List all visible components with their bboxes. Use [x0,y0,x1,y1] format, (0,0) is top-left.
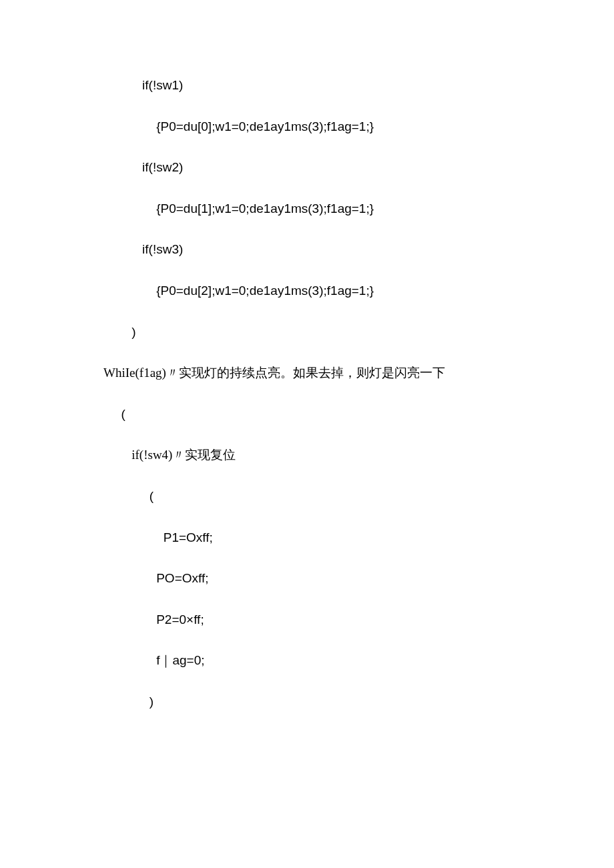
code-text [103,612,156,626]
code-text [103,489,149,503]
code-line: P1=Oxff; [103,529,547,547]
code-text: if(!sw3) [142,242,183,256]
code-text [103,407,121,421]
code-line: if(!sw4)〃实现复位 [103,446,547,464]
code-text [103,78,142,92]
code-line: {P0=du[2];w1=0;de1ay1ms(3);f1ag=1;} [103,282,547,300]
code-line: if(!sw2) [103,159,547,177]
code-text [103,530,164,544]
code-text [103,571,156,585]
code-line: ( [103,406,547,424]
code-text [103,448,131,462]
code-text [103,160,142,174]
code-text: f｜ag=0; [156,653,204,667]
code-line: PO=Oxff; [103,570,547,588]
code-text [103,325,131,339]
code-text: if(!sw4)〃实现复位 [131,448,236,462]
code-text: ) [131,325,135,339]
code-text: if(!sw1) [142,78,183,92]
code-text: P2=0×ff; [156,612,204,626]
code-text [103,201,156,215]
code-text [103,119,156,133]
document-page: if(!sw1) {P0=du[0];w1=0;de1ay1ms(3);f1ag… [0,0,614,868]
code-text [103,242,142,256]
code-line: if(!sw3) [103,241,547,259]
code-text: ( [121,407,125,421]
code-line: {P0=du[1];w1=0;de1ay1ms(3);f1ag=1;} [103,200,547,218]
code-line: P2=0×ff; [103,611,547,629]
code-text [103,695,149,709]
code-line: ) [103,324,547,342]
code-text: PO=Oxff; [156,571,208,585]
code-text: if(!sw2) [142,160,183,174]
code-text: {P0=du[0];w1=0;de1ay1ms(3);f1ag=1;} [156,119,374,133]
code-text: WhiIe(f1ag)〃实现灯的持续点亮。如果去掉，则灯是闪亮一下 [103,366,445,380]
code-line: {P0=du[0];w1=0;de1ay1ms(3);f1ag=1;} [103,118,547,136]
code-text [103,653,156,667]
code-line: ) [103,693,547,711]
code-text: ( [149,489,154,503]
code-text: ) [149,695,154,709]
code-text: P1=Oxff; [164,530,213,544]
code-line: ( [103,488,547,506]
code-text [103,284,156,298]
code-line: WhiIe(f1ag)〃实现灯的持续点亮。如果去掉，则灯是闪亮一下 [103,364,547,382]
code-line: if(!sw1) [103,77,547,95]
code-line: f｜ag=0; [103,652,547,670]
code-text: {P0=du[1];w1=0;de1ay1ms(3);f1ag=1;} [156,201,374,215]
code-text: {P0=du[2];w1=0;de1ay1ms(3);f1ag=1;} [156,284,374,298]
